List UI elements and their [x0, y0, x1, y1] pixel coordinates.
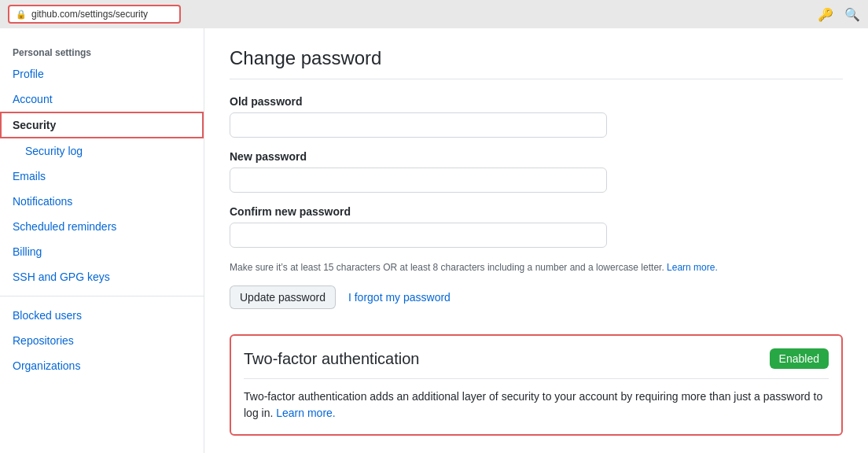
main-content: Change password Old password New passwor…: [204, 28, 868, 453]
sidebar-divider: [0, 296, 204, 296]
browser-toolbar-icons: 🔑 🔍: [818, 7, 860, 22]
sidebar-item-scheduled-reminders[interactable]: Scheduled reminders: [0, 214, 204, 239]
password-hint: Make sure it’s at least 15 characters OR…: [230, 260, 780, 274]
update-password-button[interactable]: Update password: [230, 285, 336, 309]
sidebar-section-title: Personal settings: [0, 41, 204, 61]
new-password-label: New password: [230, 150, 843, 163]
tfa-section: Two-factor authentication Enabled Two-fa…: [230, 334, 843, 436]
sidebar-item-repositories[interactable]: Repositories: [0, 328, 204, 353]
tfa-title: Two-factor authentication: [244, 350, 419, 368]
confirm-password-label: Confirm new password: [230, 205, 843, 218]
form-actions: Update password I forgot my password: [230, 285, 843, 309]
search-icon[interactable]: 🔍: [844, 7, 860, 22]
sidebar-item-security[interactable]: Security: [0, 112, 204, 138]
confirm-password-group: Confirm new password: [230, 205, 843, 248]
new-password-group: New password: [230, 150, 843, 193]
address-bar[interactable]: 🔒 github.com/settings/security: [8, 5, 181, 24]
old-password-group: Old password: [230, 95, 843, 138]
sidebar-item-account[interactable]: Account: [0, 87, 204, 112]
sidebar: Personal settings Profile Account Securi…: [0, 28, 204, 453]
sidebar-item-security-log[interactable]: Security log: [0, 138, 204, 164]
confirm-password-input[interactable]: [230, 223, 607, 248]
settings-page: Personal settings Profile Account Securi…: [0, 28, 868, 453]
sidebar-item-emails[interactable]: Emails: [0, 164, 204, 189]
sidebar-item-ssh-gpg-keys[interactable]: SSH and GPG keys: [0, 264, 204, 289]
tfa-learn-more-link[interactable]: Learn more.: [276, 407, 335, 419]
forgot-password-link[interactable]: I forgot my password: [348, 291, 451, 304]
old-password-label: Old password: [230, 95, 843, 108]
url-text: github.com/settings/security: [31, 9, 148, 20]
sidebar-item-notifications[interactable]: Notifications: [0, 189, 204, 214]
page-title: Change password: [230, 47, 843, 79]
lock-icon: 🔒: [16, 9, 27, 20]
old-password-input[interactable]: [230, 112, 607, 138]
sidebar-item-profile[interactable]: Profile: [0, 61, 204, 87]
key-icon[interactable]: 🔑: [818, 7, 833, 22]
tfa-description: Two-factor authentication adds an additi…: [244, 389, 829, 422]
tfa-header: Two-factor authentication Enabled: [244, 348, 829, 379]
new-password-input[interactable]: [230, 168, 607, 193]
sidebar-item-organizations[interactable]: Organizations: [0, 353, 204, 378]
sidebar-item-blocked-users[interactable]: Blocked users: [0, 303, 204, 328]
sidebar-item-billing[interactable]: Billing: [0, 239, 204, 264]
browser-bar: 🔒 github.com/settings/security 🔑 🔍: [0, 0, 868, 28]
tfa-enabled-button[interactable]: Enabled: [770, 348, 829, 369]
learn-more-link[interactable]: Learn more.: [667, 262, 718, 273]
